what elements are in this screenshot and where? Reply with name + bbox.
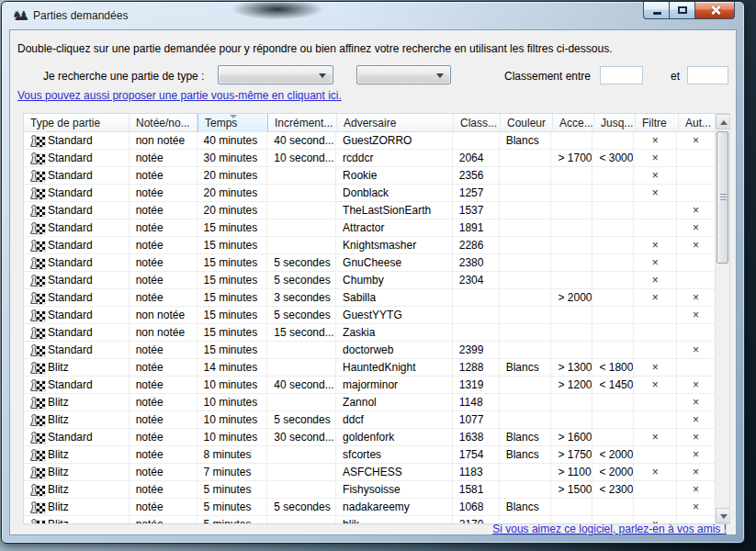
column-header[interactable]: Aut... [679, 114, 717, 132]
cell-filter-flag [634, 219, 677, 237]
cell-increment [267, 394, 336, 411]
cell-accept-to [592, 324, 634, 342]
column-header[interactable]: Incrément... [268, 114, 337, 132]
cell-opponent: Rookie [336, 167, 453, 185]
column-header[interactable]: Filtre [636, 114, 679, 132]
table-row[interactable]: Standard notée 20 minutes TheLastSionEar… [24, 202, 715, 219]
cell-rated: notée [130, 219, 197, 237]
cell-color [500, 254, 552, 272]
scroll-up-button[interactable] [716, 114, 730, 129]
table-row[interactable]: Standard notée 15 minutes doctorweb 2399… [24, 342, 715, 359]
rating-between-label: Classement entre [504, 70, 591, 83]
cell-time: 5 minutes [197, 499, 268, 516]
table-row[interactable]: Standard notée 20 minutes Rookie 2356 × [24, 167, 715, 185]
column-header[interactable]: Temps [197, 114, 268, 132]
table-row[interactable]: Blitz notée 14 minutes HauntedKnight 128… [24, 359, 715, 377]
rating-min-input[interactable] [600, 66, 643, 84]
column-header[interactable]: Acce... [553, 114, 594, 132]
table-row[interactable]: Standard notée 15 minutes Attractor 1891… [24, 219, 715, 237]
cell-rated: notée [130, 342, 197, 359]
cell-opponent: blik [336, 516, 453, 523]
maximize-button[interactable] [670, 2, 694, 19]
chess-pawn-icon [30, 466, 46, 479]
table-row[interactable]: Standard notée 10 minutes 40 second... m… [24, 377, 715, 394]
table-row[interactable]: Standard notée 15 minutes 5 secondes Chu… [24, 272, 715, 289]
cell-opponent: HauntedKnight [336, 359, 453, 377]
cell-rated: notée [130, 516, 197, 523]
title-bar[interactable]: ♞♟ Parties demandées [2, 2, 744, 29]
column-header-label: Notée/no... [136, 117, 190, 129]
dialog-window: ♞♟ Parties demandées Double-cliquez sur … [1, 1, 745, 544]
column-header-label: Jusq... [601, 117, 633, 129]
minimize-button[interactable] [643, 2, 670, 19]
cell-rated: notée [130, 202, 197, 219]
column-header[interactable]: Class... [454, 114, 501, 132]
table-row[interactable]: Blitz notée 5 minutes Fishysoisse 1581 >… [24, 481, 715, 499]
table-row[interactable]: Blitz notée 10 minutes Zannol 1148 × [24, 394, 715, 411]
cell-rating: 2356 [453, 167, 500, 185]
cell-type: Standard [24, 307, 130, 324]
column-header-label: Aut... [685, 117, 711, 129]
cell-accept-from: > 1300 [551, 359, 592, 377]
cell-increment: 30 second... [267, 429, 336, 446]
table-row[interactable]: Standard notée 10 minutes 30 second... g… [24, 429, 715, 446]
table-row[interactable]: Standard notée 15 minutes 5 secondes Gnu… [24, 254, 715, 272]
table-row[interactable]: Standard non notée 40 minutes 40 second.… [24, 132, 715, 150]
table-row[interactable]: Blitz notée 7 minutes ASFCHESS 1183 > 11… [24, 464, 715, 481]
cell-increment [267, 516, 336, 523]
vertical-scrollbar[interactable] [715, 114, 729, 523]
cell-type: Standard [24, 185, 130, 202]
share-app-link[interactable]: Si vous aimez ce logiciel, parlez-en à v… [492, 523, 727, 535]
table-row[interactable]: Blitz notée 10 minutes 5 secondes ddcf 1… [24, 411, 715, 429]
cell-rated: non notée [130, 324, 197, 342]
cell-accept-to [592, 254, 634, 272]
cell-rated: notée [130, 464, 197, 481]
cell-accept-from [551, 254, 592, 272]
scroll-down-button[interactable] [716, 508, 730, 523]
rating-max-input[interactable] [687, 66, 728, 84]
cell-time: 20 minutes [197, 202, 268, 219]
table-row[interactable]: Blitz notée 5 minutes 5 secondes nadakar… [24, 499, 715, 516]
cell-accept-to [592, 219, 634, 237]
cell-accept-from [551, 202, 592, 219]
column-header[interactable]: Notée/no... [130, 114, 197, 132]
column-header-label: Class... [460, 117, 497, 129]
chess-pawn-icon [30, 186, 46, 200]
cell-accept-to [592, 429, 634, 446]
cell-increment: 15 second... [267, 324, 336, 342]
cell-type: Standard [24, 202, 130, 219]
table-row[interactable]: Standard notée 20 minutes Donblack 1257 … [24, 185, 715, 202]
propose-game-link[interactable]: Vous pouvez aussi proposer une partie vo… [17, 89, 342, 102]
table-row[interactable]: Standard notée 30 minutes 10 second... r… [24, 150, 715, 167]
cell-time: 10 minutes [197, 377, 268, 394]
cell-rated: notée [130, 446, 197, 464]
cell-filter-flag [634, 499, 677, 516]
cell-opponent: Fishysoisse [336, 481, 453, 499]
table-row[interactable]: Standard notée 15 minutes Knightsmasher … [24, 237, 715, 254]
game-subtype-select[interactable] [356, 65, 451, 84]
cell-opponent: GnuCheese [336, 254, 453, 272]
table-row[interactable]: Standard notée 15 minutes 3 secondes Sab… [24, 289, 715, 307]
cell-rating: 1754 [453, 446, 500, 464]
cell-time: 15 minutes [197, 219, 268, 237]
table-row[interactable]: Standard non notée 15 minutes 15 second.… [24, 324, 715, 342]
cell-accept-from [551, 185, 592, 202]
column-header[interactable]: Jusq... [594, 114, 636, 132]
column-header[interactable]: Couleur [501, 114, 553, 132]
cell-accept-to: < 1800 [592, 359, 634, 377]
cell-increment [267, 237, 336, 254]
table-row[interactable]: Blitz notée 8 minutes sfcortes 1754 Blan… [24, 446, 715, 464]
close-button[interactable] [694, 2, 735, 19]
scrollbar-thumb[interactable] [717, 131, 728, 264]
cell-accept-to [592, 499, 634, 516]
game-type-select[interactable] [218, 65, 333, 84]
cell-increment: 10 second... [267, 150, 336, 167]
column-header[interactable]: Type de partie [24, 114, 130, 132]
cell-opponent: doctorweb [336, 342, 453, 359]
cell-rating: 1581 [453, 481, 500, 499]
table-row[interactable]: Standard non notée 15 minutes 5 secondes… [24, 307, 715, 324]
column-header-label: Filtre [642, 117, 667, 129]
column-header[interactable]: Adversaire [337, 114, 454, 132]
instructions-text: Double-cliquez sur une partie demandée p… [17, 42, 612, 55]
window-title: Parties demandées [33, 9, 128, 22]
